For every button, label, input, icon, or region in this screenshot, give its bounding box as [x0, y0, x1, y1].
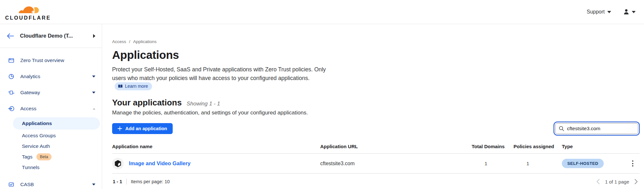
- items-range: 1 - 1: [113, 179, 122, 184]
- breadcrumb-access[interactable]: Access: [112, 39, 126, 44]
- type-cell: SELF-HOSTED: [562, 159, 621, 168]
- sidebar-item-access[interactable]: Access: [0, 101, 102, 117]
- cloudflare-cloud-icon: [11, 4, 45, 15]
- total-domains-cell: 1: [472, 161, 514, 166]
- page-title: Applications: [112, 49, 639, 61]
- section-title: Your applications: [112, 98, 182, 108]
- row-actions-menu-button[interactable]: [626, 158, 639, 168]
- showing-count: Showing 1 - 1: [187, 101, 220, 107]
- support-menu-button[interactable]: Support: [587, 9, 611, 15]
- breadcrumb-separator: /: [129, 39, 130, 44]
- sidebar-item-tags[interactable]: Tags Beta: [0, 151, 102, 162]
- add-application-button[interactable]: Add an application: [112, 123, 173, 134]
- support-label: Support: [587, 9, 605, 15]
- column-header-policies-assigned: Policies assigned: [514, 144, 562, 149]
- applications-table: Application name Application URL Total D…: [112, 144, 639, 185]
- browser-window-icon: [8, 57, 14, 64]
- breadcrumb: Access / Applications: [112, 39, 639, 44]
- learn-more-button[interactable]: Learn more: [115, 82, 152, 90]
- add-application-label: Add an application: [125, 126, 167, 131]
- arrow-left-icon: [6, 33, 14, 39]
- breadcrumb-applications[interactable]: Applications: [133, 39, 157, 44]
- table-row: Image and Video Gallery cftestsite3.com …: [112, 154, 639, 174]
- column-header-type: Type: [562, 144, 621, 149]
- next-page-button[interactable]: [634, 178, 639, 185]
- account-name: Cloudflare Demo (T...: [20, 33, 93, 39]
- search-box: [555, 123, 638, 134]
- account-expand-icon[interactable]: [93, 34, 95, 38]
- sidebar-item-label: Applications: [22, 121, 52, 126]
- chevron-right-icon: [634, 179, 638, 184]
- main-content: Access / Applications Applications Prote…: [102, 24, 644, 189]
- chevron-left-icon: [596, 179, 600, 184]
- section-subheading: Manage the policies, authentication, and…: [112, 110, 639, 116]
- section-header: Your applications Showing 1 - 1: [112, 98, 639, 108]
- application-avatar: [112, 158, 124, 169]
- beta-badge: Beta: [36, 153, 52, 160]
- topbar-actions: Support: [587, 8, 636, 15]
- back-button[interactable]: [5, 32, 15, 40]
- table-footer: 1 - 1 Items per page: 10 1 of 1 page: [112, 174, 639, 185]
- pagination: 1 of 1 page: [595, 178, 639, 185]
- cube-icon: [114, 160, 121, 167]
- applications-toolbar: Add an application: [112, 123, 639, 134]
- table-header-row: Application name Application URL Total D…: [112, 144, 639, 154]
- cloudflare-logo[interactable]: CLOUDFLARE: [5, 4, 51, 21]
- type-badge: SELF-HOSTED: [562, 159, 604, 168]
- sidebar-item-gateway[interactable]: Gateway: [0, 85, 102, 101]
- items-per-page[interactable]: Items per page: 10: [131, 179, 170, 184]
- column-header-application-name: Application name: [112, 144, 320, 149]
- application-name-link[interactable]: Image and Video Gallery: [129, 160, 190, 166]
- brand-wordmark: CLOUDFLARE: [5, 15, 51, 21]
- app-shell: Cloudflare Demo (T... Zero Trust overvie…: [0, 24, 644, 189]
- chevron-up-icon[interactable]: [93, 108, 95, 110]
- sidebar-item-label: Access Groups: [22, 133, 56, 139]
- application-url-cell: cftestsite3.com: [320, 161, 472, 166]
- divider: [126, 179, 127, 184]
- column-header-application-url: Application URL: [320, 144, 472, 149]
- sidebar-item-service-auth[interactable]: Service Auth: [0, 141, 102, 151]
- sidebar-item-analytics[interactable]: Analytics: [0, 68, 102, 85]
- chevron-down-icon[interactable]: [92, 184, 95, 185]
- page-description: Protect your Self-Hosted, SaaS and Priva…: [112, 65, 339, 91]
- sidebar-item-label: Service Auth: [22, 143, 50, 149]
- gateway-icon: [8, 89, 14, 96]
- sidebar-item-zero-trust-overview[interactable]: Zero Trust overview: [0, 52, 102, 68]
- pie-chart-icon: [8, 73, 14, 80]
- book-icon: [118, 84, 123, 88]
- sidebar-item-label: Gateway: [20, 90, 40, 95]
- learn-more-label: Learn more: [125, 84, 148, 89]
- login-arrow-icon: [8, 105, 14, 112]
- chevron-down-icon[interactable]: [92, 92, 95, 94]
- sidebar-account-header: Cloudflare Demo (T...: [0, 24, 102, 48]
- column-header-total-domains: Total Domains: [472, 144, 514, 149]
- footer-left: 1 - 1 Items per page: 10: [113, 179, 170, 184]
- sidebar-item-casb[interactable]: CASB: [0, 176, 102, 189]
- sidebar-item-applications[interactable]: Applications: [13, 117, 100, 130]
- page-description-text: Protect your Self-Hosted, SaaS and Priva…: [112, 66, 326, 81]
- search-input[interactable]: [555, 123, 638, 134]
- application-name-cell: Image and Video Gallery: [112, 158, 320, 169]
- sidebar-item-label: Tags: [22, 154, 33, 160]
- top-bar: CLOUDFLARE Support: [0, 0, 644, 24]
- chevron-down-icon: [632, 11, 636, 13]
- person-icon: [623, 8, 630, 15]
- sidebar-item-access-groups[interactable]: Access Groups: [0, 130, 102, 141]
- chevron-down-icon: [607, 11, 611, 13]
- previous-page-button[interactable]: [595, 178, 601, 185]
- page-indicator: 1 of 1 page: [605, 179, 629, 184]
- policies-assigned-cell: 1: [514, 161, 562, 166]
- sidebar-item-label: Access: [20, 106, 36, 112]
- checkbox-icon: [8, 181, 14, 188]
- chevron-down-icon[interactable]: [92, 76, 95, 77]
- user-menu-button[interactable]: [623, 8, 636, 15]
- plus-icon: [118, 126, 122, 131]
- sidebar: Cloudflare Demo (T... Zero Trust overvie…: [0, 24, 102, 189]
- sidebar-item-tunnels[interactable]: Tunnels: [0, 162, 102, 173]
- sidebar-item-label: Tunnels: [22, 165, 40, 170]
- sidebar-item-label: Zero Trust overview: [20, 58, 64, 63]
- sidebar-nav: Zero Trust overview Analytics Gateway: [0, 48, 102, 189]
- sidebar-item-label: Analytics: [20, 74, 40, 79]
- kebab-icon: [632, 160, 633, 162]
- sidebar-item-label: CASB: [20, 182, 34, 187]
